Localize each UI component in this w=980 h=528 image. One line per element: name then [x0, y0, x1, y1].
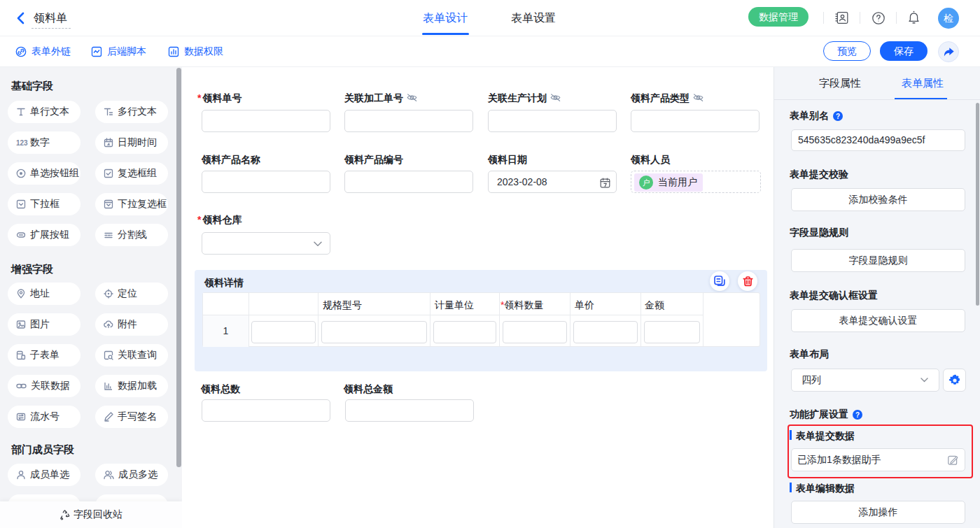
svg-text:?: ?: [855, 411, 860, 419]
svg-text:?: ?: [836, 113, 840, 120]
